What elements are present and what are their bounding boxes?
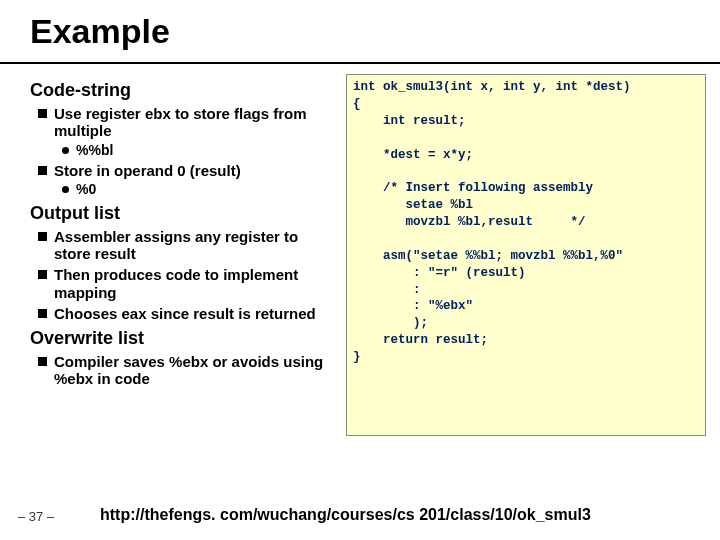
heading-code-string: Code-string — [30, 80, 338, 101]
item-text: Store in operand 0 (result) — [54, 162, 241, 179]
list-item: Compiler saves %ebx or avoids using %ebx… — [30, 353, 338, 388]
item-text: Use register ebx to store flags from mul… — [54, 105, 307, 139]
list-item: Use register ebx to store flags from mul… — [30, 105, 338, 158]
footer-url: http://thefengs. com/wuchang/courses/cs … — [100, 506, 591, 524]
sublist: %%bl — [54, 142, 338, 158]
list-item: %%bl — [54, 142, 338, 158]
list-output: Assembler assigns any register to store … — [30, 228, 338, 322]
code-block: int ok_smul3(int x, int y, int *dest) { … — [346, 74, 706, 436]
heading-output-list: Output list — [30, 203, 338, 224]
list-item: Chooses eax since result is returned — [30, 305, 338, 322]
title-rule — [0, 62, 720, 64]
left-column: Code-string Use register ebx to store fl… — [30, 74, 338, 388]
list-item: %0 — [54, 181, 338, 197]
page-number: – 37 – — [18, 509, 54, 524]
list-item: Store in operand 0 (result) %0 — [30, 162, 338, 197]
heading-overwrite-list: Overwrite list — [30, 328, 338, 349]
list-code-string: Use register ebx to store flags from mul… — [30, 105, 338, 197]
list-item: Assembler assigns any register to store … — [30, 228, 338, 263]
list-item: Then produces code to implement mapping — [30, 266, 338, 301]
sublist: %0 — [54, 181, 338, 197]
list-overwrite: Compiler saves %ebx or avoids using %ebx… — [30, 353, 338, 388]
page-title: Example — [30, 12, 170, 51]
slide: Example Code-string Use register ebx to … — [0, 0, 720, 540]
